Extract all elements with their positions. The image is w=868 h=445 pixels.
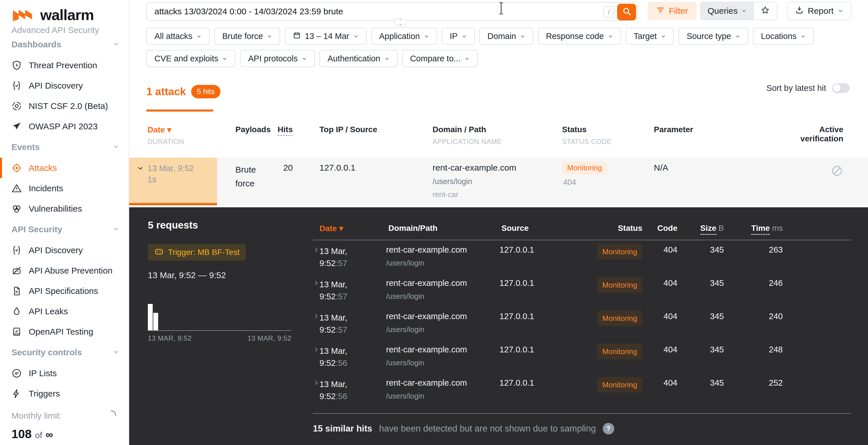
chevron-down-icon: ⌄	[399, 22, 402, 25]
chevron-right-icon	[313, 379, 320, 387]
req-column-time[interactable]: Time ms	[738, 224, 783, 233]
sidebar-item-api-discovery[interactable]: API Discovery	[0, 75, 129, 96]
chip-api-protocols[interactable]: API protocols	[240, 50, 315, 67]
favorite-query-button[interactable]	[754, 2, 777, 20]
req-column-size[interactable]: Size B	[689, 224, 724, 233]
monthly-limit-value: 108	[11, 427, 32, 441]
sampling-note: 15 similar hits have been detected but a…	[313, 423, 614, 434]
sidebar-item-attacks[interactable]: Attacks	[0, 158, 129, 178]
chip-ip[interactable]: IP	[442, 28, 475, 45]
results-header: 1 attack 5 hits Sort by latest hit	[129, 67, 868, 125]
req-date: 13 Mar,	[319, 312, 380, 324]
sampling-count: 15 similar hits	[313, 423, 372, 434]
sidebar-item-triggers[interactable]: Triggers	[0, 383, 129, 404]
sort-label: Sort by latest hit	[766, 83, 826, 93]
section-api-security[interactable]: API Security	[0, 219, 129, 240]
request-row[interactable]: 13 Mar,9:52:57 rent-car-example.com/user…	[129, 309, 868, 342]
filter-chips-row-2: CVE and exploits API protocols Authentic…	[146, 50, 868, 67]
sidebar-item-threat-prevention[interactable]: Threat Prevention	[0, 55, 129, 75]
chip-source-type[interactable]: Source type	[679, 28, 748, 45]
help-icon[interactable]: ?	[603, 423, 614, 434]
req-seconds: :57	[336, 292, 347, 301]
chip-domain[interactable]: Domain	[479, 28, 533, 45]
req-time: 9:52	[319, 358, 336, 368]
sidebar-item-api-specifications[interactable]: API Specifications	[0, 281, 129, 301]
attack-domain-cell: rent-car-example.com /users/login rent-c…	[433, 163, 516, 199]
monthly-limit-label: Monthly limit:	[11, 411, 62, 421]
request-row[interactable]: 13 Mar,9:52:56 rent-car-example.com/user…	[129, 342, 868, 375]
search-icon	[622, 6, 631, 18]
report-button[interactable]: Report	[787, 2, 851, 20]
req-seconds: :57	[336, 325, 347, 334]
brand-subtitle: Advanced API Security	[11, 25, 129, 35]
section-events[interactable]: Events	[0, 136, 129, 158]
chip-application[interactable]: Application	[371, 28, 437, 45]
sampling-text: have been detected but are not shown due…	[379, 423, 596, 434]
req-path: /users/login	[386, 325, 467, 334]
column-header-duration: DURATION	[148, 138, 184, 146]
column-header-top-ip: Top IP / Source	[319, 125, 377, 134]
sidebar-item-ip-lists[interactable]: IP IP Lists	[0, 363, 129, 383]
blocked-circle-icon[interactable]	[831, 165, 843, 178]
req-path: /users/login	[386, 392, 467, 401]
request-row[interactable]: 13 Mar,9:52:56 rent-car-example.com/user…	[129, 375, 868, 409]
monthly-limit-block: Monthly limit: 108 of ∞	[0, 409, 129, 445]
req-duration: 240	[741, 312, 783, 321]
req-column-date[interactable]: Date ▾	[319, 224, 343, 233]
sort-control: Sort by latest hit	[766, 83, 849, 93]
sidebar-item-owasp-api[interactable]: OWASP API 2023	[0, 116, 129, 136]
attack-date-cell[interactable]: 13 Mar, 9:52 1s	[129, 158, 217, 205]
braces-icon	[11, 80, 22, 91]
column-header-date[interactable]: Date ▾	[148, 125, 172, 134]
req-status-badge: Monitoring	[597, 344, 642, 359]
wallarm-logo-icon	[11, 7, 36, 23]
request-row[interactable]: 13 Mar,9:52:57 rent-car-example.com/user…	[129, 242, 868, 276]
chevron-down-icon	[838, 6, 843, 16]
sidebar-item-incidents[interactable]: Incidents	[0, 178, 129, 198]
section-dashboards[interactable]: Dashboards	[0, 34, 129, 55]
attack-date: 13 Mar, 9:52	[148, 163, 211, 174]
req-time: 9:52	[319, 292, 336, 301]
chip-attack-type[interactable]: Brute force	[214, 28, 280, 45]
req-column-status: Status	[597, 224, 642, 233]
filter-button[interactable]: Filter	[648, 2, 696, 20]
sidebar-item-nist-csf[interactable]: NIST CSF 2.0 (Beta)	[0, 96, 129, 116]
chip-authentication[interactable]: Authentication	[319, 50, 398, 67]
chip-locations[interactable]: Locations	[753, 28, 814, 45]
req-column-domain-path: Domain/Path	[389, 224, 437, 233]
svg-text:IP: IP	[15, 371, 19, 376]
queries-button[interactable]: Queries	[701, 2, 754, 20]
chevron-down-icon	[196, 32, 202, 41]
sidebar-item-api-discovery-2[interactable]: API Discovery	[0, 240, 129, 260]
chip-compare-to[interactable]: Compare to...	[402, 50, 478, 67]
queries-group: Queries	[700, 2, 777, 20]
req-domain: rent-car-example.com	[386, 278, 467, 288]
req-duration: 248	[741, 345, 783, 354]
chip-all-attacks[interactable]: All attacks	[146, 28, 210, 45]
search-input[interactable]: attacks 13/03/2024 0:00 - 14/03/2024 23:…	[146, 2, 638, 21]
search-button[interactable]	[617, 4, 636, 20]
tab-attacks-count[interactable]: 1 attack 5 hits	[146, 85, 220, 98]
chevron-down-icon	[353, 32, 359, 41]
chip-cve-exploits[interactable]: CVE and exploits	[146, 50, 236, 67]
filter-icon	[656, 6, 665, 16]
sidebar-item-api-abuse-prevention[interactable]: API Abuse Prevention	[0, 260, 129, 281]
column-header-hits[interactable]: Hits	[258, 125, 293, 134]
chip-response-code[interactable]: Response code	[538, 28, 621, 45]
sidebar-item-openapi-testing[interactable]: OpenAPI Testing	[0, 321, 129, 342]
chip-date-range[interactable]: 13 – 14 Mar	[285, 28, 367, 45]
request-row[interactable]: 13 Mar,9:52:57 rent-car-example.com/user…	[129, 276, 868, 309]
target-icon	[11, 163, 22, 173]
attack-row[interactable]: 13 Mar, 9:52 1s Brute force 20 127.0.0.1…	[129, 158, 868, 205]
search-expand-handle[interactable]: ⌃ ⌄	[394, 19, 407, 26]
chip-target[interactable]: Target	[626, 28, 674, 45]
sort-toggle[interactable]	[832, 83, 849, 93]
sidebar-item-api-leaks[interactable]: API Leaks	[0, 301, 129, 321]
chevron-down-icon	[608, 32, 613, 41]
shield-bolt-icon	[11, 60, 22, 71]
section-security-controls[interactable]: Security controls	[0, 342, 129, 363]
req-size: 345	[692, 278, 724, 288]
warning-triangle-icon	[11, 183, 22, 194]
sidebar-item-vulnerabilities[interactable]: Vulnerabilities	[0, 198, 129, 219]
attack-count: 1 attack	[146, 86, 186, 98]
